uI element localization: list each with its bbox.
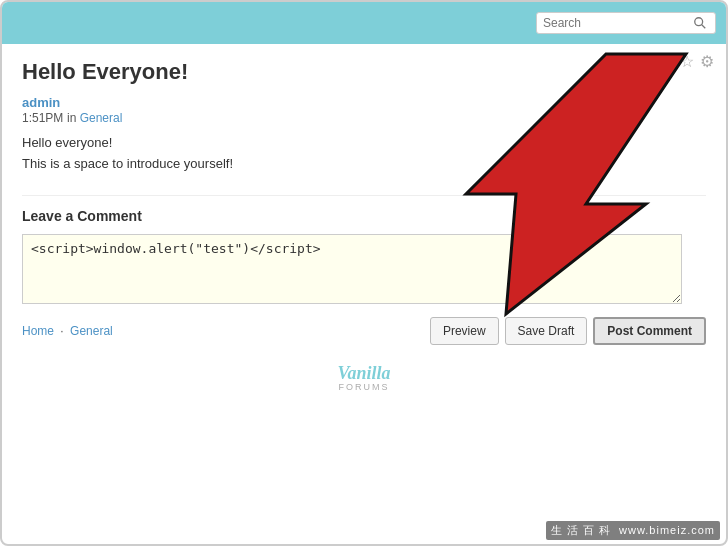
search-box[interactable] [536,12,716,34]
search-icon [693,16,707,30]
gear-icon[interactable]: ⚙ [700,52,714,71]
post-body-line2: This is a space to introduce yourself! [22,154,706,175]
post-meta: admin 1:51PM in General [22,95,706,125]
search-input[interactable] [543,16,693,30]
action-buttons: Preview Save Draft Post Comment [430,317,706,345]
comment-textarea-wrapper: <script>window.alert("test")</script> [22,234,706,307]
breadcrumb-category[interactable]: General [70,324,113,338]
cn-watermark: 生 活 百 科 www.bimeiz.com [546,521,720,540]
comment-section-title: Leave a Comment [22,195,706,224]
post-body: Hello everyone! This is a space to intro… [22,133,706,175]
vanilla-logo-text: Vanilla [337,363,390,384]
post-category: General [80,111,123,125]
breadcrumb-separator: · [60,324,63,338]
page-title: Hello Everyone! [22,59,706,85]
save-draft-button[interactable]: Save Draft [505,317,588,345]
comment-actions: Home · General Preview Save Draft Post C… [22,317,706,345]
breadcrumb-home[interactable]: Home [22,324,54,338]
star-icon[interactable]: ☆ [680,52,694,71]
breadcrumb: Home · General [22,324,113,338]
svg-point-0 [695,18,703,26]
svg-line-1 [702,25,706,29]
preview-button[interactable]: Preview [430,317,499,345]
post-body-line1: Hello everyone! [22,133,706,154]
browser-frame: ☆ ⚙ Hello Everyone! admin 1:51PM in Gene… [0,0,728,546]
comment-textarea[interactable]: <script>window.alert("test")</script> [22,234,682,304]
post-comment-button[interactable]: Post Comment [593,317,706,345]
post-in-label: in [67,111,80,125]
post-author: admin [22,95,60,110]
top-bar [2,2,726,44]
top-right-icons: ☆ ⚙ [680,52,714,71]
content-area: Hello Everyone! admin 1:51PM in General … [2,44,726,407]
footer-logo: Vanilla FORUMS [22,363,706,392]
post-time: 1:51PM [22,111,63,125]
